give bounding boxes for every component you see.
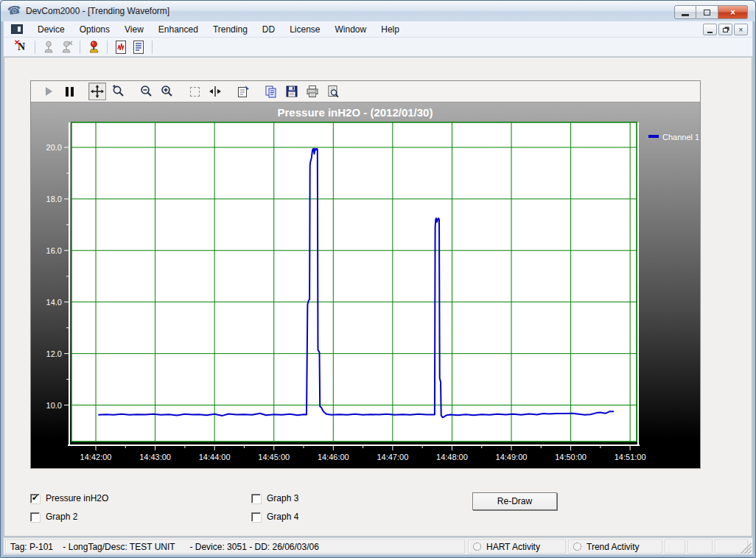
checkbox-graph-4[interactable]: Graph 4	[251, 512, 298, 522]
checkbox-box[interactable]	[251, 494, 261, 503]
joystick-red-icon[interactable]	[85, 39, 102, 55]
select-region-icon[interactable]	[186, 83, 203, 100]
svg-text:16.0: 16.0	[46, 246, 62, 255]
svg-text:14:45:00: 14:45:00	[258, 453, 290, 461]
zoom-cursor-icon[interactable]	[109, 83, 127, 100]
svg-text:14:51:00: 14:51:00	[615, 453, 646, 461]
trend-chart[interactable]: Pressure inH2O - (2012/01/30)10.012.014.…	[31, 102, 700, 468]
svg-text:14:50:00: 14:50:00	[555, 453, 587, 461]
title-bar[interactable]: ☎ DevCom2000 - [Trending Waveform] ×	[1, 1, 755, 21]
status-panel-empty	[687, 540, 713, 554]
checkbox-box[interactable]	[30, 512, 40, 522]
checkbox-label: Pressure inH2O	[46, 493, 108, 503]
svg-text:18.0: 18.0	[46, 195, 62, 203]
print-preview-icon[interactable]	[324, 83, 342, 100]
main-toolbar: N✕	[4, 38, 752, 57]
window-title: DevCom2000 - [Trending Waveform]	[26, 6, 169, 16]
save-icon[interactable]	[283, 83, 301, 100]
svg-text:Pressure inH2O - (2012/01/30): Pressure inH2O - (2012/01/30)	[278, 106, 433, 119]
menu-license[interactable]: License	[282, 22, 327, 37]
hart-activity-label: HART Activity	[486, 542, 540, 552]
properties-icon[interactable]	[234, 83, 252, 100]
mdi-minimize-button[interactable]	[703, 24, 717, 35]
checkbox-label: Graph 2	[46, 512, 77, 522]
mdi-close-icon: ×	[739, 26, 743, 34]
checkbox-label: Graph 4	[267, 512, 298, 522]
close-button[interactable]: ×	[718, 5, 748, 19]
trend-activity-label: Trend Activity	[587, 542, 640, 552]
waveform-document-icon[interactable]	[113, 39, 129, 55]
hart-activity-indicator	[473, 543, 481, 551]
phone-app-icon: ☎	[7, 3, 22, 18]
app-window: ☎ DevCom2000 - [Trending Waveform] × Dev…	[0, 0, 756, 558]
play-icon[interactable]	[40, 83, 57, 100]
compress-x-icon[interactable]	[206, 83, 224, 100]
checkbox-label: Graph 3	[267, 493, 298, 503]
device-info-text: Tag: P-101 - LongTag/Desc: TEST UNIT - D…	[10, 542, 319, 552]
close-icon: ×	[730, 7, 735, 18]
trend-activity-panel: Trend Activity	[568, 540, 662, 554]
minimize-icon	[682, 14, 689, 16]
checkbox-graph-3[interactable]: Graph 3	[251, 493, 298, 503]
joystick-gray-x-icon[interactable]	[58, 39, 74, 55]
menu-dd[interactable]: DD	[255, 22, 282, 37]
trend-chart-panel: Pressure inH2O - (2012/01/30)10.012.014.…	[30, 80, 701, 469]
checkbox-graph-2[interactable]: Graph 2	[30, 512, 77, 522]
pause-icon[interactable]	[60, 83, 78, 100]
svg-text:20.0: 20.0	[46, 143, 62, 152]
maximize-icon	[704, 10, 710, 15]
svg-text:14:48:00: 14:48:00	[436, 453, 468, 461]
report-document-icon[interactable]	[130, 39, 147, 55]
menu-enhanced[interactable]: Enhanced	[151, 22, 206, 37]
resize-grip[interactable]	[741, 543, 752, 554]
menu-help[interactable]: Help	[374, 22, 407, 37]
menu-options[interactable]: Options	[72, 22, 117, 37]
pan-icon[interactable]	[88, 83, 106, 100]
chart-toolbar	[31, 81, 700, 102]
svg-text:14:44:00: 14:44:00	[199, 453, 231, 461]
toolbar-separator	[107, 41, 108, 54]
maximize-button[interactable]	[696, 5, 718, 19]
toolbar-separator	[35, 41, 35, 54]
menu-view[interactable]: View	[117, 22, 151, 37]
checkbox-pressure-inh2o[interactable]: Pressure inH2O	[30, 493, 108, 503]
menu-trending[interactable]: Trending	[206, 22, 255, 37]
letter-n-red-x-icon[interactable]: N✕	[13, 39, 29, 55]
copy-icon[interactable]	[262, 83, 280, 100]
mdi-restore-button[interactable]	[718, 24, 732, 35]
svg-text:14.0: 14.0	[46, 298, 62, 307]
print-icon[interactable]	[304, 83, 321, 100]
menu-device[interactable]: Device	[30, 22, 72, 37]
minimize-button[interactable]	[674, 5, 696, 19]
mdi-close-button[interactable]: ×	[734, 24, 748, 35]
joystick-gray-icon[interactable]	[41, 39, 57, 55]
svg-text:14:43:00: 14:43:00	[139, 453, 171, 461]
svg-text:10.0: 10.0	[46, 401, 62, 410]
zoom-in-icon[interactable]	[158, 83, 175, 100]
svg-text:Channel 1: Channel 1	[662, 133, 699, 142]
menu-bar: Device Options View Enhanced Trending DD…	[4, 21, 752, 38]
mdi-document-icon[interactable]	[11, 24, 23, 34]
checkbox-box[interactable]	[251, 512, 261, 522]
status-bar: Tag: P-101 - LongTag/Desc: TEST UNIT - D…	[4, 537, 752, 554]
svg-text:14:47:00: 14:47:00	[377, 453, 408, 461]
toolbar-separator	[80, 41, 80, 54]
checkbox-box[interactable]	[30, 494, 40, 503]
svg-text:14:49:00: 14:49:00	[496, 453, 528, 461]
hart-activity-panel: HART Activity	[468, 540, 566, 554]
svg-text:14:46:00: 14:46:00	[318, 453, 349, 461]
device-info-panel: Tag: P-101 - LongTag/Desc: TEST UNIT - D…	[5, 540, 465, 554]
toolbar-separator	[152, 41, 153, 54]
svg-text:12.0: 12.0	[46, 349, 62, 358]
redraw-button[interactable]: Re-Draw	[472, 492, 557, 510]
mdi-restore-icon	[723, 28, 728, 32]
status-panel-empty	[665, 540, 685, 554]
mdi-minimize-icon	[707, 32, 713, 33]
menu-window[interactable]: Window	[328, 22, 374, 37]
zoom-out-icon[interactable]	[137, 83, 155, 100]
svg-text:14:42:00: 14:42:00	[80, 453, 112, 461]
trend-activity-indicator	[573, 543, 581, 551]
